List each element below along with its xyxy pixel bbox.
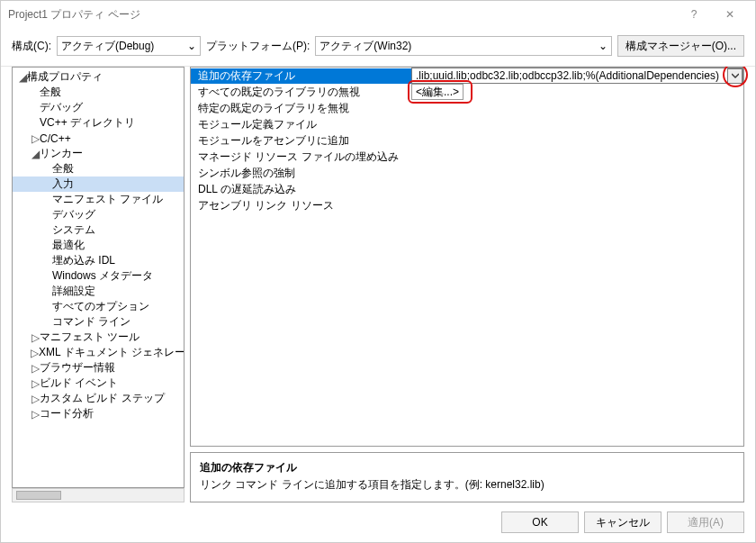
property-label: モジュールをアセンブリに追加 — [191, 133, 411, 149]
property-label: 特定の既定のライブラリを無視 — [191, 101, 411, 116]
tree-node-label: リンカー — [40, 146, 83, 161]
tree-hscrollbar[interactable] — [12, 488, 184, 502]
tree-node-label: コマンド ライン — [52, 314, 130, 330]
tree-node-label: カスタム ビルド ステップ — [40, 391, 165, 406]
tree-node-label: VC++ ディレクトリ — [40, 115, 135, 131]
dialog-title: Project1 プロパティ ページ — [8, 7, 676, 23]
chevron-down-icon: ⌄ — [593, 40, 608, 52]
expand-closed-icon[interactable]: ▷ — [31, 132, 40, 145]
description-box: 追加の依存ファイル リンク コマンド ラインに追加する項目を指定します。(例: … — [190, 452, 744, 502]
tree-panel: ◢構成プロパティ全般デバッグVC++ ディレクトリ▷C/C++◢リンカー全般入力… — [12, 67, 184, 502]
apply-button[interactable]: 適用(A) — [667, 511, 744, 533]
tree-node[interactable]: ▷ブラウザー情報 — [13, 360, 184, 376]
tree-node[interactable]: コマンド ライン — [13, 314, 184, 330]
expand-open-icon[interactable]: ◢ — [31, 148, 40, 160]
tree-node-label: 全般 — [40, 85, 61, 100]
tree-node[interactable]: マニフェスト ファイル — [13, 192, 184, 207]
config-value: アクティブ(Debug) — [61, 39, 154, 54]
titlebar: Project1 プロパティ ページ ? ✕ — [1, 1, 755, 28]
toolbar: 構成(C): アクティブ(Debug) ⌄ プラットフォーム(P): アクティブ… — [1, 28, 755, 67]
tree-node[interactable]: 入力 — [13, 176, 184, 192]
tree-node[interactable]: ◢リンカー — [13, 146, 184, 161]
property-row[interactable]: モジュールをアセンブリに追加 — [191, 132, 743, 149]
tree-node[interactable]: 最適化 — [13, 238, 184, 253]
tree-node[interactable]: ◢構成プロパティ — [13, 69, 184, 85]
annotation-circle — [723, 67, 748, 87]
property-row[interactable]: アセンブリ リンク リソース — [191, 197, 743, 213]
dialog-window: Project1 プロパティ ページ ? ✕ 構成(C): アクティブ(Debu… — [0, 0, 756, 543]
tree-node-label: Windows メタデータ — [52, 268, 153, 284]
expand-closed-icon[interactable]: ▷ — [31, 331, 40, 344]
property-label: すべての既定のライブラリの無視 — [191, 85, 411, 100]
property-row[interactable]: DLL の遅延読み込み — [191, 181, 743, 197]
config-label: 構成(C): — [12, 39, 51, 54]
tree-node[interactable]: すべてのオプション — [13, 299, 184, 314]
tree-node[interactable]: 埋め込み IDL — [13, 253, 184, 268]
config-manager-label: 構成マネージャー(O)... — [626, 39, 736, 54]
expand-closed-icon[interactable]: ▷ — [31, 408, 40, 421]
platform-value: アクティブ(Win32) — [320, 39, 411, 54]
tree-node[interactable]: 全般 — [13, 161, 184, 176]
config-manager-button[interactable]: 構成マネージャー(O)... — [617, 35, 744, 57]
tree-node-label: 埋め込み IDL — [52, 253, 115, 268]
tree-node[interactable]: 詳細設定 — [13, 284, 184, 299]
tree-node-label: マニフェスト ツール — [40, 330, 140, 345]
tree-node[interactable]: システム — [13, 222, 184, 238]
tree-node[interactable]: ▷カスタム ビルド ステップ — [13, 391, 184, 406]
tree-node[interactable]: ▷マニフェスト ツール — [13, 330, 184, 345]
tree-node-label: 全般 — [52, 161, 74, 176]
tree-node[interactable]: ▷ビルド イベント — [13, 376, 184, 391]
tree-node-label: コード分析 — [40, 406, 94, 421]
tree-node-label: すべてのオプション — [52, 299, 149, 314]
tree-node-label: デバッグ — [52, 207, 95, 222]
description-text: リンク コマンド ラインに追加する項目を指定します。(例: kernel32.l… — [200, 477, 734, 493]
tree-node[interactable]: デバッグ — [13, 100, 184, 115]
help-button[interactable]: ? — [676, 8, 712, 21]
property-label: 追加の依存ファイル — [191, 68, 411, 84]
tree-node-label: 構成プロパティ — [27, 69, 103, 85]
tree-node-label: ブラウザー情報 — [40, 360, 115, 376]
cancel-button[interactable]: キャンセル — [584, 511, 662, 533]
platform-combo[interactable]: アクティブ(Win32) ⌄ — [315, 36, 611, 56]
tree-node-label: マニフェスト ファイル — [52, 192, 163, 207]
tree-node[interactable]: ▷XML ドキュメント ジェネレーター — [13, 345, 184, 360]
tree-node-label: 最適化 — [52, 238, 85, 253]
property-row[interactable]: モジュール定義ファイル — [191, 116, 743, 132]
tree-node[interactable]: VC++ ディレクトリ — [13, 115, 184, 131]
tree-node[interactable]: デバッグ — [13, 207, 184, 222]
dialog-body: ◢構成プロパティ全般デバッグVC++ ディレクトリ▷C/C++◢リンカー全般入力… — [1, 67, 755, 502]
property-label: モジュール定義ファイル — [191, 117, 411, 132]
scroll-thumb[interactable] — [16, 491, 61, 500]
ok-button[interactable]: OK — [501, 511, 579, 533]
property-label: DLL の遅延読み込み — [191, 182, 411, 197]
expand-closed-icon[interactable]: ▷ — [31, 347, 39, 359]
annotation-rect — [408, 80, 472, 104]
category-tree[interactable]: ◢構成プロパティ全般デバッグVC++ ディレクトリ▷C/C++◢リンカー全般入力… — [12, 67, 184, 488]
expand-closed-icon[interactable]: ▷ — [31, 362, 40, 375]
property-row[interactable]: シンボル参照の強制 — [191, 165, 743, 181]
close-button[interactable]: ✕ — [712, 8, 748, 21]
expand-closed-icon[interactable]: ▷ — [31, 377, 40, 390]
tree-node[interactable]: Windows メタデータ — [13, 268, 184, 284]
right-panel: 追加の依存ファイル.lib;uuid.lib;odbc32.lib;odbccp… — [190, 67, 744, 502]
chevron-down-icon: ⌄ — [182, 40, 196, 52]
expand-open-icon[interactable]: ◢ — [18, 71, 27, 84]
tree-node-label: ビルド イベント — [40, 376, 118, 391]
property-row[interactable]: マネージド リソース ファイルの埋め込み — [191, 149, 743, 165]
tree-node-label: 詳細設定 — [52, 284, 95, 299]
property-label: シンボル参照の強制 — [191, 166, 411, 181]
tree-node-label: デバッグ — [40, 100, 83, 115]
tree-node-label: C/C++ — [40, 132, 71, 145]
tree-node[interactable]: 全般 — [13, 85, 184, 100]
property-grid[interactable]: 追加の依存ファイル.lib;uuid.lib;odbc32.lib;odbccp… — [190, 67, 744, 447]
dialog-footer: OK キャンセル 適用(A) — [1, 502, 755, 542]
expand-closed-icon[interactable]: ▷ — [31, 393, 40, 405]
description-title: 追加の依存ファイル — [200, 460, 734, 475]
tree-node-label: 入力 — [52, 176, 74, 192]
tree-node-label: XML ドキュメント ジェネレーター — [39, 345, 184, 360]
config-combo[interactable]: アクティブ(Debug) ⌄ — [57, 36, 201, 56]
tree-node[interactable]: ▷コード分析 — [13, 406, 184, 421]
tree-node[interactable]: ▷C/C++ — [13, 131, 184, 146]
tree-node-label: システム — [52, 222, 95, 238]
property-label: アセンブリ リンク リソース — [191, 198, 411, 213]
